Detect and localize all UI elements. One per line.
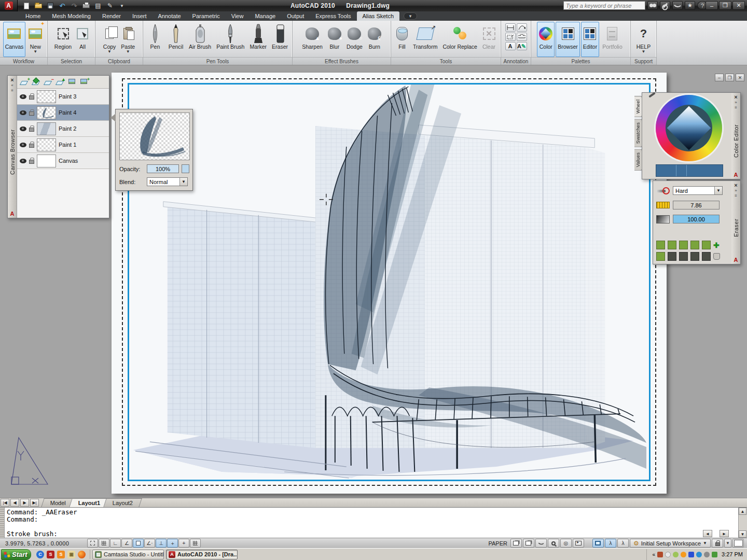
clock[interactable]: 3:27 PM bbox=[722, 551, 743, 557]
size-field[interactable]: 7.86 bbox=[673, 201, 720, 209]
tray-gear-icon[interactable] bbox=[681, 552, 686, 557]
paste-button[interactable]: Paste ▼ bbox=[119, 22, 137, 57]
unlock-icon[interactable] bbox=[29, 160, 34, 164]
command-window-grip[interactable] bbox=[0, 508, 5, 538]
sketch-tool-button[interactable]: ✎ bbox=[105, 2, 115, 10]
dynamic-input-toggle[interactable]: ＋ bbox=[167, 539, 178, 548]
undo-button[interactable]: ↶ bbox=[58, 2, 67, 10]
layer-row-paint3[interactable]: Paint 3 bbox=[17, 89, 109, 105]
sbp-app-icon[interactable]: S bbox=[47, 551, 54, 558]
unlock-icon[interactable] bbox=[29, 111, 34, 116]
subscription-center-button[interactable] bbox=[660, 1, 670, 10]
tab-view[interactable]: View bbox=[226, 11, 250, 21]
properties-icon[interactable]: ≡ bbox=[735, 105, 737, 110]
clean-screen-button[interactable] bbox=[732, 539, 744, 548]
pencil-button[interactable]: Pencil bbox=[166, 22, 186, 57]
leader-annotation-button[interactable] bbox=[517, 23, 527, 32]
blur-button[interactable]: ● Blur bbox=[326, 22, 343, 57]
tray-key-icon[interactable] bbox=[657, 552, 663, 557]
new-button[interactable]: ✦ New ▼ bbox=[26, 22, 44, 57]
autohide-icon[interactable]: » bbox=[735, 188, 737, 193]
layer-row-paint4-selected[interactable]: Paint 4 bbox=[17, 105, 109, 121]
close-icon[interactable]: × bbox=[734, 94, 737, 100]
close-icon[interactable]: × bbox=[734, 182, 737, 188]
quick-view-drawings-button[interactable] bbox=[535, 539, 547, 548]
revision-cloud-annotation-button[interactable] bbox=[517, 33, 527, 41]
close-button[interactable]: ✕ bbox=[732, 1, 745, 10]
color-palette-button[interactable]: Color bbox=[537, 22, 555, 57]
quick-view-layouts-button[interactable] bbox=[523, 539, 534, 548]
snap-toggle[interactable] bbox=[87, 539, 98, 548]
help-ribbon-button[interactable]: ? HELP ▼ bbox=[634, 22, 653, 57]
ducs-toggle[interactable]: ⊥ bbox=[156, 539, 167, 548]
tray-globe-icon[interactable] bbox=[696, 552, 702, 557]
clear-button[interactable]: ✕ Clear bbox=[480, 22, 497, 57]
tab-annotate[interactable]: Annotate bbox=[153, 11, 187, 21]
properties-icon[interactable]: ≡ bbox=[11, 88, 13, 93]
text-edit-annotation-button[interactable]: A✎ bbox=[517, 42, 527, 50]
opacity-picker-button[interactable] bbox=[182, 164, 189, 173]
tab-swatches[interactable]: Swatches bbox=[634, 119, 642, 147]
taskbar-item-autocad[interactable]: A AutoCAD 2010 - [Dra... bbox=[166, 550, 238, 559]
visibility-eye-icon[interactable] bbox=[20, 110, 26, 115]
eraser-button[interactable]: Eraser bbox=[270, 22, 290, 57]
minimize-button[interactable]: – bbox=[706, 1, 718, 10]
ribbon-minimize-button[interactable]: ▾ bbox=[404, 12, 417, 20]
tab-insert[interactable]: Insert bbox=[127, 11, 153, 21]
brush-preset-swatch[interactable] bbox=[702, 252, 711, 261]
scroll-down-button[interactable]: ▼ bbox=[739, 530, 746, 538]
tab-alias-sketch[interactable]: Alias Sketch bbox=[357, 11, 400, 21]
add-preset-icon[interactable]: ✚ bbox=[713, 241, 720, 249]
messenger-icon[interactable]: C bbox=[36, 551, 44, 558]
next-tab-button[interactable]: ▶ bbox=[20, 499, 29, 507]
brush-preset-swatch[interactable] bbox=[702, 241, 711, 249]
polar-toggle[interactable]: ∠ bbox=[121, 539, 132, 548]
unlock-icon[interactable] bbox=[29, 144, 34, 148]
portfolio-palette-button[interactable]: Portfolio bbox=[600, 22, 625, 57]
brush-preset-swatch[interactable] bbox=[668, 252, 676, 261]
brush-preset-swatch[interactable] bbox=[690, 252, 699, 261]
pan-zoom-button[interactable] bbox=[548, 539, 559, 548]
brush-preset-swatch[interactable] bbox=[679, 252, 688, 261]
new-layer-button[interactable]: + bbox=[20, 79, 29, 86]
first-tab-button[interactable]: |◀ bbox=[1, 499, 9, 507]
properties-icon[interactable]: ≡ bbox=[735, 193, 737, 199]
command-scrollbar[interactable]: ▲ ▼ bbox=[738, 508, 747, 538]
model-paper-toggle[interactable] bbox=[510, 539, 522, 548]
eyedropper-icon[interactable] bbox=[648, 92, 656, 97]
command-prompt-line[interactable]: Stroke brush: bbox=[7, 530, 736, 538]
unlock-icon[interactable] bbox=[29, 128, 34, 132]
tray-shield-icon[interactable] bbox=[688, 552, 694, 557]
brush-preset-swatch[interactable] bbox=[656, 252, 665, 261]
autoscale-annotation-button[interactable]: λ bbox=[617, 539, 629, 548]
autohide-icon[interactable]: » bbox=[735, 100, 737, 105]
lineweight-toggle[interactable]: + bbox=[178, 539, 189, 548]
prev-tab-button[interactable]: ◀ bbox=[10, 499, 19, 507]
delete-preset-icon[interactable] bbox=[713, 253, 720, 260]
tray-collapse-icon[interactable]: « bbox=[652, 552, 655, 557]
qat-dropdown-button[interactable]: ▼ bbox=[117, 2, 127, 10]
dodge-button[interactable]: ○ Dodge bbox=[344, 22, 365, 57]
tab-values[interactable]: Values bbox=[634, 149, 642, 171]
doc-minimize-button[interactable]: – bbox=[715, 74, 724, 81]
paint-brush-button[interactable]: Paint Brush bbox=[214, 22, 246, 57]
properties-palette-button[interactable]: ▤ bbox=[93, 2, 103, 10]
layer-row-canvas[interactable]: Canvas bbox=[17, 153, 109, 169]
communication-center-button[interactable] bbox=[672, 1, 683, 10]
doc-restore-button[interactable]: ❐ bbox=[725, 74, 734, 81]
tray-green-icon[interactable] bbox=[673, 552, 679, 557]
pen-button[interactable]: Pen bbox=[145, 22, 165, 57]
folder-shortcut-icon[interactable]: ▣ bbox=[67, 551, 75, 558]
sketch-rectangle-annotation-button[interactable] bbox=[505, 33, 516, 41]
fill-button[interactable]: Fill bbox=[394, 22, 410, 57]
orange-app-icon[interactable]: S bbox=[57, 551, 65, 558]
grid-toggle[interactable] bbox=[99, 539, 109, 548]
visibility-eye-icon[interactable] bbox=[20, 159, 26, 163]
dimension-annotation-button[interactable] bbox=[505, 23, 516, 32]
start-button[interactable]: Start bbox=[1, 549, 31, 560]
search-button[interactable] bbox=[647, 1, 658, 10]
ortho-toggle[interactable]: ∟ bbox=[110, 539, 121, 548]
save-button[interactable] bbox=[46, 2, 55, 10]
layer-row-paint2[interactable]: Paint 2 bbox=[17, 121, 109, 137]
viewport-scale-button[interactable] bbox=[592, 539, 604, 548]
